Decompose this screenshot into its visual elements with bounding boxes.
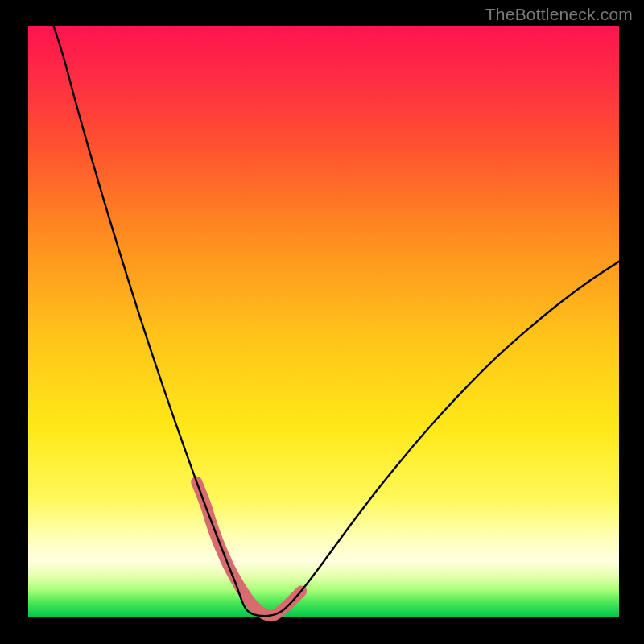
plot-background [28, 26, 619, 617]
watermark-text: TheBottleneck.com [485, 5, 633, 24]
chart-frame: TheBottleneck.com [0, 0, 644, 644]
bottleneck-chart [0, 0, 644, 644]
